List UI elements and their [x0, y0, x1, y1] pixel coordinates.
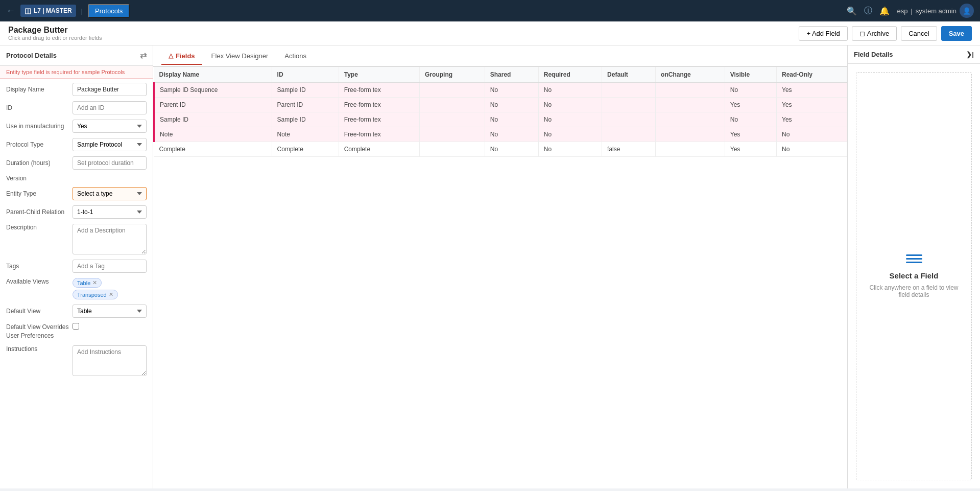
id-input[interactable] — [73, 101, 147, 114]
right-panel-expand-icon[interactable]: ❯| — [966, 51, 974, 58]
instructions-textarea[interactable] — [73, 345, 147, 376]
table-row[interactable]: Sample IDSample IDFree-form texNoNoNoYes — [154, 112, 847, 127]
table-row[interactable]: CompleteCompleteCompleteNoNofalseYesNo — [154, 142, 847, 157]
table-cell — [602, 112, 656, 127]
protocols-breadcrumb-button[interactable]: Protocols — [88, 4, 130, 18]
table-cell: No — [538, 98, 602, 112]
table-cell: No — [538, 142, 602, 157]
protocol-type-select[interactable]: Sample Protocol — [73, 138, 147, 151]
default-view-select[interactable]: Table — [73, 305, 147, 318]
entity-type-select[interactable]: Select a type — [73, 187, 147, 200]
col-visible: Visible — [725, 67, 776, 83]
avatar[interactable]: 👤 — [960, 4, 974, 18]
tag-table[interactable]: Table ✕ — [73, 278, 102, 288]
table-cell: Yes — [776, 98, 847, 112]
table-cell: Parent ID — [272, 98, 339, 112]
available-views-tags: Table ✕ Transposed ✕ — [73, 278, 147, 299]
nav-separator: | — [81, 7, 83, 15]
version-field: Version — [6, 175, 147, 182]
use-in-manufacturing-select[interactable]: Yes No — [73, 120, 147, 133]
parent-child-field: Parent-Child Relation 1-to-1 — [6, 205, 147, 219]
tab-flex-view-label: Flex View Designer — [211, 52, 269, 60]
table-cell: No — [485, 98, 538, 112]
page-header-left: Package Butter Click and drag to edit or… — [8, 26, 102, 41]
display-name-input[interactable] — [73, 83, 147, 96]
table-cell — [420, 83, 485, 98]
table-wrapper: Display Name ID Type Grouping Shared Req… — [153, 67, 847, 157]
table-cell — [602, 127, 656, 142]
table-cell: Free-form tex — [339, 127, 419, 142]
tab-actions-label: Actions — [284, 52, 306, 60]
table-cell — [656, 83, 725, 98]
table-cell: No — [485, 127, 538, 142]
available-views-label: Available Views — [6, 278, 73, 285]
left-sidebar: Protocol Details ⇄ Entity type field is … — [0, 45, 153, 488]
available-views-field: Available Views Table ✕ Transposed ✕ — [6, 278, 147, 299]
notification-icon[interactable]: 🔔 — [879, 6, 890, 16]
table-row[interactable]: Parent IDParent IDFree-form texNoNoYesYe… — [154, 98, 847, 112]
table-cell — [656, 127, 725, 142]
save-button[interactable]: Save — [941, 26, 972, 41]
right-panel-body: Select a Field Click anywhere on a field… — [856, 72, 972, 480]
tag-transposed[interactable]: Transposed ✕ — [73, 290, 118, 299]
table-cell: Complete — [272, 142, 339, 157]
sidebar-collapse-button[interactable]: ⇄ — [140, 51, 147, 60]
id-field: ID — [6, 101, 147, 114]
default-view-overrides-checkbox[interactable] — [73, 323, 79, 330]
tab-actions[interactable]: Actions — [277, 48, 314, 65]
tags-label: Tags — [6, 263, 73, 270]
col-grouping: Grouping — [420, 67, 485, 83]
table-cell — [656, 112, 725, 127]
col-shared: Shared — [485, 67, 538, 83]
table-cell: Yes — [776, 112, 847, 127]
description-field: Description — [6, 224, 147, 254]
error-message: Entity type field is required for sample… — [0, 66, 153, 79]
use-in-manufacturing-label: Use in manufacturing — [6, 123, 73, 130]
search-icon[interactable]: 🔍 — [847, 6, 857, 16]
tag-transposed-remove[interactable]: ✕ — [109, 291, 113, 298]
table-cell: Free-form tex — [339, 83, 419, 98]
default-view-label: Default View — [6, 308, 73, 315]
tags-input[interactable] — [73, 260, 147, 273]
table-cell — [420, 142, 485, 157]
back-button[interactable]: ← — [6, 6, 15, 16]
cancel-button[interactable]: Cancel — [901, 26, 937, 41]
display-name-field: Display Name — [6, 83, 147, 96]
fields-table: Display Name ID Type Grouping Shared Req… — [153, 67, 847, 157]
table-cell: No — [776, 142, 847, 157]
user-name: system admin — [916, 7, 957, 15]
protocol-type-label: Protocol Type — [6, 141, 73, 148]
description-label: Description — [6, 224, 73, 231]
use-in-manufacturing-field: Use in manufacturing Yes No — [6, 120, 147, 133]
archive-button[interactable]: ◻ Archive — [852, 26, 897, 41]
duration-input[interactable] — [73, 156, 147, 170]
sidebar-title: Protocol Details — [6, 52, 57, 59]
help-icon[interactable]: ⓘ — [864, 6, 872, 16]
table-cell: Yes — [725, 142, 776, 157]
tags-field: Tags — [6, 260, 147, 273]
table-row[interactable]: Sample ID SequenceSample IDFree-form tex… — [154, 83, 847, 98]
table-cell: No — [485, 83, 538, 98]
default-view-overrides-label: Default View Overrides User Preferences — [6, 323, 73, 340]
tab-flex-view[interactable]: Flex View Designer — [204, 48, 276, 65]
table-cell: Free-form tex — [339, 112, 419, 127]
tabs-bar: △ Fields Flex View Designer Actions — [153, 45, 847, 67]
table-cell: Free-form tex — [339, 98, 419, 112]
table-cell: No — [485, 112, 538, 127]
tab-fields-label: Fields — [176, 52, 195, 60]
col-default: Default — [602, 67, 656, 83]
page-title: Package Butter — [8, 26, 102, 35]
table-cell — [420, 127, 485, 142]
col-onchange: onChange — [656, 67, 725, 83]
center-content: △ Fields Flex View Designer Actions Disp… — [153, 45, 847, 488]
table-cell: No — [538, 83, 602, 98]
table-row[interactable]: NoteNoteFree-form texNoNoYesNo — [154, 127, 847, 142]
tab-fields[interactable]: △ Fields — [161, 48, 202, 65]
archive-icon: ◻ — [859, 30, 865, 37]
sidebar-header: Protocol Details ⇄ — [0, 45, 153, 66]
parent-child-select[interactable]: 1-to-1 — [73, 205, 147, 219]
table-cell: Yes — [725, 98, 776, 112]
add-field-button[interactable]: + Add Field — [799, 26, 847, 41]
tag-table-remove[interactable]: ✕ — [92, 279, 97, 286]
description-textarea[interactable] — [73, 224, 147, 254]
